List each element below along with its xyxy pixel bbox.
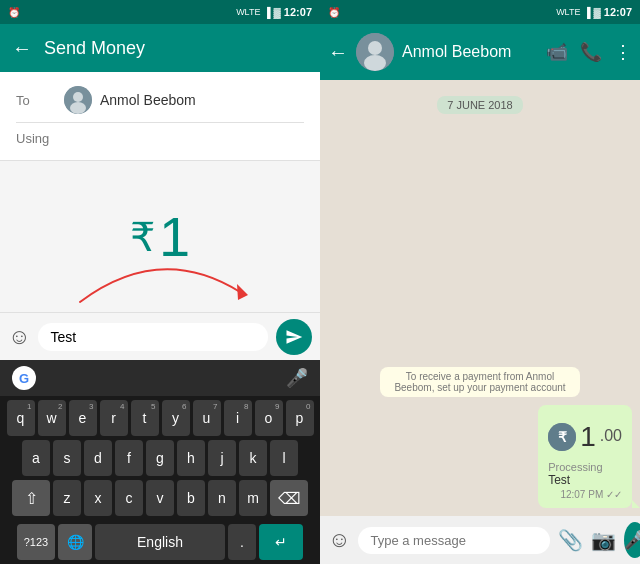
keyboard-rows: 1q 2w 3e 4r 5t 6y 7u 8i 9o 0p a s d f g … xyxy=(0,396,320,524)
right-mic-button[interactable]: 🎤 xyxy=(624,522,640,558)
key-e[interactable]: 3e xyxy=(69,400,97,436)
status-icons-left: ⏰ xyxy=(8,7,20,18)
right-input-bar: ☺ 📎 📷 🎤 xyxy=(320,516,640,564)
key-v[interactable]: v xyxy=(146,480,174,516)
using-label: Using xyxy=(16,131,64,146)
keyboard-bottom-row: ?123 🌐 English . ↵ xyxy=(0,524,320,564)
key-w[interactable]: 2w xyxy=(38,400,66,436)
send-money-form: To Anmol Beebom Using xyxy=(0,72,320,161)
chat-avatar xyxy=(356,33,394,71)
key-k[interactable]: k xyxy=(239,440,267,476)
key-o[interactable]: 9o xyxy=(255,400,283,436)
chat-back-button[interactable]: ← xyxy=(328,41,348,64)
status-icons-right-left: ⏰ xyxy=(328,7,340,18)
video-call-icon[interactable]: 📹 xyxy=(546,41,568,63)
enter-key[interactable]: ↵ xyxy=(259,524,303,560)
right-mic-icon: 🎤 xyxy=(624,529,640,551)
keyboard-row-2: a s d f g h j k l xyxy=(2,440,318,476)
status-icons-right-right: WLTE ▐ ▓ 12:07 xyxy=(556,6,632,18)
message-input[interactable] xyxy=(38,323,268,351)
time-right: 12:07 xyxy=(604,6,632,18)
to-row: To Anmol Beebom xyxy=(16,80,304,120)
back-button[interactable]: ← xyxy=(12,37,32,60)
key-x[interactable]: x xyxy=(84,480,112,516)
app-header: ← Send Money xyxy=(0,24,320,72)
right-message-input[interactable] xyxy=(358,527,550,554)
attach-icon[interactable]: 📎 xyxy=(558,528,583,552)
key-s[interactable]: s xyxy=(53,440,81,476)
camera-icon[interactable]: 📷 xyxy=(591,528,616,552)
key-t[interactable]: 5t xyxy=(131,400,159,436)
time-left: 12:07 xyxy=(284,6,312,18)
globe-key[interactable]: 🌐 xyxy=(58,524,92,560)
svg-point-5 xyxy=(368,41,382,55)
keyboard-suggestions-bar: G 🎤 xyxy=(0,360,320,396)
bubble-tail xyxy=(632,500,640,508)
payment-amount-number: 1 xyxy=(580,421,596,453)
key-l[interactable]: l xyxy=(270,440,298,476)
signal-icon: ▐ xyxy=(263,7,270,18)
shift-key[interactable]: ⇧ xyxy=(12,480,50,516)
right-panel: ⏰ WLTE ▐ ▓ 12:07 ← Anmol Beebom 📹 📞 ⋮ xyxy=(320,0,640,564)
voice-call-icon[interactable]: 📞 xyxy=(580,41,602,63)
system-message: To receive a payment from Anmol Beebom, … xyxy=(380,367,580,397)
key-r[interactable]: 4r xyxy=(100,400,128,436)
to-label: To xyxy=(16,93,64,108)
keyboard-row-3: ⇧ z x c v b n m ⌫ xyxy=(2,480,318,516)
svg-point-2 xyxy=(70,102,86,114)
period-key[interactable]: . xyxy=(228,524,256,560)
key-g[interactable]: g xyxy=(146,440,174,476)
signal-icon-right: ▐ xyxy=(583,7,590,18)
payment-coin-icon: ₹ xyxy=(548,423,576,451)
send-button[interactable] xyxy=(276,319,312,355)
payment-amount: ₹ 1 .00 xyxy=(548,413,622,461)
using-row: Using xyxy=(16,125,304,152)
key-b[interactable]: b xyxy=(177,480,205,516)
wifi-label: WLTE xyxy=(236,7,260,17)
key-q[interactable]: 1q xyxy=(7,400,35,436)
key-m[interactable]: m xyxy=(239,480,267,516)
battery-icon: ▓ xyxy=(274,7,281,18)
key-f[interactable]: f xyxy=(115,440,143,476)
chat-contact-name: Anmol Beebom xyxy=(402,43,538,61)
status-icons-right: WLTE ▐ ▓ 12:07 xyxy=(236,6,312,18)
google-icon: G xyxy=(12,366,36,390)
english-language-key[interactable]: English xyxy=(95,524,225,560)
currency-symbol: ₹ xyxy=(130,214,155,260)
payment-note: Test xyxy=(548,473,622,487)
payment-status: Processing xyxy=(548,461,622,473)
chat-header: ← Anmol Beebom 📹 📞 ⋮ xyxy=(320,24,640,80)
key-h[interactable]: h xyxy=(177,440,205,476)
alarm-icon-right: ⏰ xyxy=(328,7,340,18)
date-badge: 7 JUNE 2018 xyxy=(437,96,522,114)
recipient-avatar xyxy=(64,86,92,114)
right-emoji-button[interactable]: ☺ xyxy=(328,527,350,553)
emoji-button[interactable]: ☺ xyxy=(8,324,30,350)
svg-marker-3 xyxy=(237,284,248,300)
key-a[interactable]: a xyxy=(22,440,50,476)
key-i[interactable]: 8i xyxy=(224,400,252,436)
key-z[interactable]: z xyxy=(53,480,81,516)
svg-text:₹: ₹ xyxy=(558,429,567,445)
keyboard-mic-icon[interactable]: 🎤 xyxy=(286,367,308,389)
status-bar-right: ⏰ WLTE ▐ ▓ 12:07 xyxy=(320,0,640,24)
key-u[interactable]: 7u xyxy=(193,400,221,436)
chat-header-icons: 📹 📞 ⋮ xyxy=(546,41,632,63)
recipient-name: Anmol Beebom xyxy=(100,92,196,108)
key-n[interactable]: n xyxy=(208,480,236,516)
keyboard-row-1: 1q 2w 3e 4r 5t 6y 7u 8i 9o 0p xyxy=(2,400,318,436)
key-y[interactable]: 6y xyxy=(162,400,190,436)
payment-bubble: ₹ 1 .00 Processing Test 12:07 PM ✓✓ xyxy=(538,405,632,508)
chat-body: 7 JUNE 2018 To receive a payment from An… xyxy=(320,80,640,516)
more-options-icon[interactable]: ⋮ xyxy=(614,41,632,63)
key-d[interactable]: d xyxy=(84,440,112,476)
key-p[interactable]: 0p xyxy=(286,400,314,436)
key-c[interactable]: c xyxy=(115,480,143,516)
num-switch-key[interactable]: ?123 xyxy=(17,524,55,560)
message-input-bar: ☺ xyxy=(0,312,320,360)
svg-point-1 xyxy=(73,92,83,102)
payment-time: 12:07 PM ✓✓ xyxy=(548,489,622,500)
key-j[interactable]: j xyxy=(208,440,236,476)
delete-key[interactable]: ⌫ xyxy=(270,480,308,516)
left-panel: ⏰ WLTE ▐ ▓ 12:07 ← Send Money To xyxy=(0,0,320,564)
